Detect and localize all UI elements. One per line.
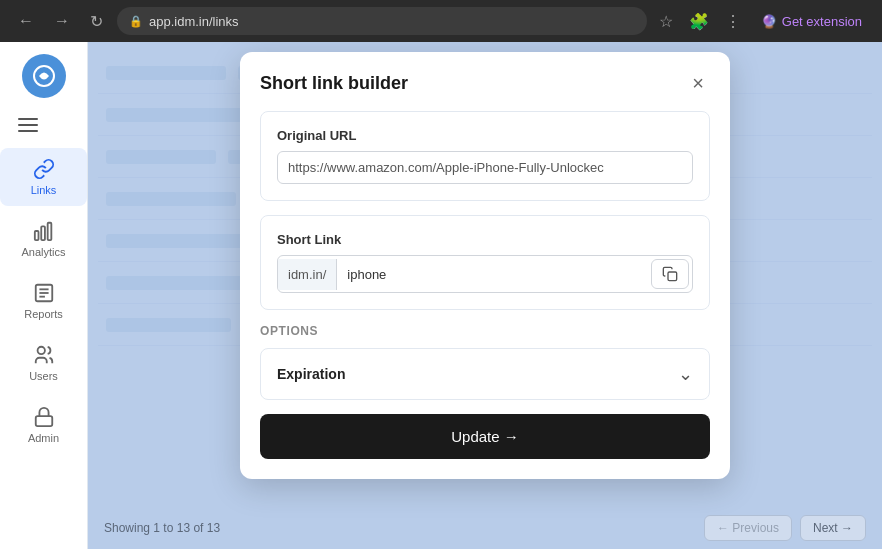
sidebar-reports-label: Reports [24,308,63,320]
url-bar[interactable]: 🔒 app.idm.in/links [117,7,647,35]
svg-rect-9 [35,416,52,426]
expiration-label: Expiration [277,366,345,382]
refresh-button[interactable]: ↻ [84,8,109,35]
main-content: Short link builder × Original URL Short … [88,42,882,549]
svg-point-8 [37,347,44,354]
modal-close-button[interactable]: × [686,70,710,97]
get-extension-icon: 🔮 [761,14,777,29]
app-layout: Links Analytics Reports [0,42,882,549]
forward-button[interactable]: → [48,8,76,34]
sidebar-item-admin[interactable]: Admin [0,396,87,454]
browser-chrome: ← → ↻ 🔒 app.idm.in/links ☆ 🧩 ⋮ 🔮 Get ext… [0,0,882,42]
expiration-row[interactable]: Expiration ⌄ [260,348,710,400]
browser-action-buttons: ☆ 🧩 ⋮ 🔮 Get extension [655,8,870,35]
short-link-input[interactable] [337,259,648,290]
sidebar-admin-label: Admin [28,432,59,444]
options-label: OPTIONS [260,324,710,338]
back-button[interactable]: ← [12,8,40,34]
sidebar-links-label: Links [31,184,57,196]
svg-rect-3 [47,223,51,240]
modal-title: Short link builder [260,73,408,94]
get-extension-button[interactable]: 🔮 Get extension [753,10,870,33]
short-link-label: Short Link [277,232,693,247]
modal-overlay: Short link builder × Original URL Short … [88,42,882,549]
original-url-input[interactable] [277,151,693,184]
lock-icon: 🔒 [129,15,143,28]
sidebar-item-users[interactable]: Users [0,334,87,392]
hamburger-menu[interactable] [10,110,46,140]
bookmark-button[interactable]: ☆ [655,8,677,35]
url-text: app.idm.in/links [149,14,239,29]
short-link-builder-modal: Short link builder × Original URL Short … [240,52,730,479]
sidebar-analytics-label: Analytics [21,246,65,258]
modal-header: Short link builder × [240,52,730,111]
original-url-label: Original URL [277,128,693,143]
update-label: Update → [451,428,519,445]
sidebar: Links Analytics Reports [0,42,88,549]
svg-rect-2 [41,226,45,240]
extensions-button[interactable]: 🧩 [685,8,713,35]
svg-rect-10 [668,272,677,281]
sidebar-item-analytics[interactable]: Analytics [0,210,87,268]
copy-link-button[interactable] [651,259,689,289]
modal-body: Original URL Short Link idm.in/ [240,111,730,479]
short-link-container: idm.in/ [277,255,693,293]
sidebar-item-reports[interactable]: Reports [0,272,87,330]
app-logo [22,54,66,98]
short-link-prefix: idm.in/ [278,259,337,290]
short-link-section: Short Link idm.in/ [260,215,710,310]
get-extension-label: Get extension [782,14,862,29]
menu-button[interactable]: ⋮ [721,8,745,35]
sidebar-users-label: Users [29,370,58,382]
svg-rect-1 [34,231,38,240]
copy-icon [662,266,678,282]
original-url-section: Original URL [260,111,710,201]
sidebar-item-links[interactable]: Links [0,148,87,206]
chevron-down-icon: ⌄ [678,363,693,385]
update-button[interactable]: Update → [260,414,710,459]
